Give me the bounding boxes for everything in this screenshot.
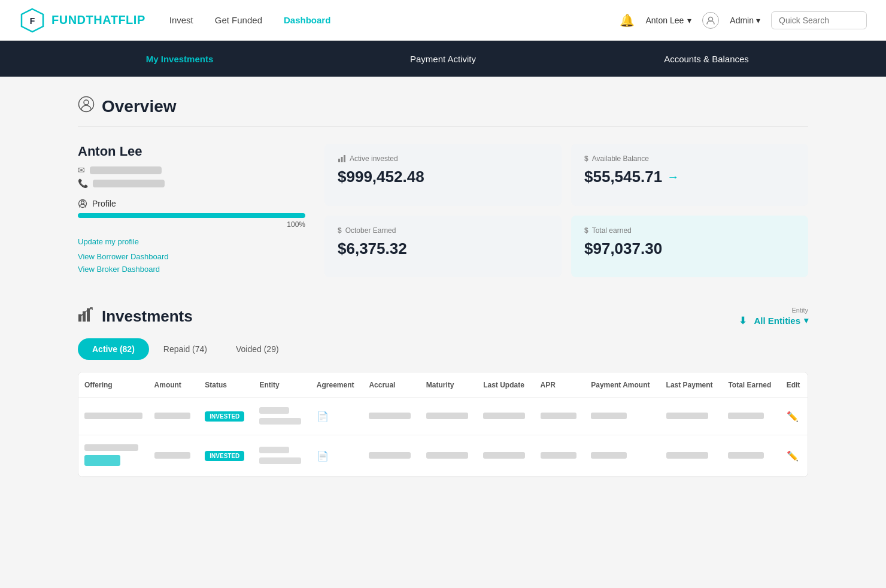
overview-person-icon [78,96,95,117]
logo-text: FUNDTHATFLIP [51,13,145,27]
cell-last-payment [660,398,723,435]
user-name-label: Anton Lee [645,16,684,25]
cell-apr [535,398,585,435]
nav-dashboard[interactable]: Dashboard [284,15,330,25]
update-profile-link[interactable]: Update my profile [78,237,305,246]
profile-links: Update my profile View Borrower Dashboar… [78,237,305,274]
col-edit: Edit [781,372,808,398]
user-info-panel: Anton Lee ✉ 📞 Profile [78,144,305,277]
user-menu[interactable]: Anton Lee ▾ [645,16,691,25]
chevron-down-icon: ▾ [687,16,691,25]
nav-get-funded[interactable]: Get Funded [215,15,262,25]
svg-rect-9 [344,155,345,162]
cell-payment-amount [585,435,660,477]
svg-point-6 [81,201,84,204]
svg-rect-8 [341,157,343,162]
investments-title: Investments [102,307,193,326]
investments-table: Offering Amount Status Entity Agreement … [78,372,808,477]
stat-october-earned-label: $ October Earned [338,226,548,235]
entity-chevron-icon: ▾ [804,316,808,325]
file-icon[interactable]: 📄 [317,451,329,461]
svg-point-4 [84,100,89,105]
user-phone [93,180,165,187]
tab-repaid[interactable]: Repaid (74) [149,338,222,360]
cell-agreement: 📄 [311,435,363,477]
cell-edit[interactable]: ✏️ [781,398,808,435]
entity-selector: Entity ⬇ All Entities ▾ [739,307,808,326]
col-accrual: Accrual [363,372,420,398]
col-maturity: Maturity [420,372,477,398]
profile-icon[interactable] [702,12,719,29]
investments-table-wrap: Offering Amount Status Entity Agreement … [78,372,808,477]
col-agreement: Agreement [311,372,363,398]
notification-bell-icon[interactable]: 🔔 [620,13,635,28]
stat-active-invested-label: Active invested [338,154,548,163]
cell-amount [148,435,199,477]
stat-october-earned-value: $6,375.32 [338,240,548,258]
phone-icon: 📞 [78,178,88,188]
entity-label: Entity [791,307,808,314]
stat-available-balance-value: $55,545.71 → [584,168,795,186]
cell-maturity [420,398,477,435]
svg-text:F: F [30,16,35,26]
stat-active-invested: Active invested $999,452.48 [324,144,562,206]
user-email [90,166,162,174]
download-icon: ⬇ [739,315,747,326]
profile-progress-bar [78,213,305,218]
col-payment-amount: Payment Amount [585,372,660,398]
dollar-icon-3: $ [584,226,588,235]
stat-total-earned-value: $97,037.30 [584,240,795,258]
admin-menu[interactable]: Admin ▾ [730,16,760,25]
cell-entity [253,398,310,435]
edit-icon[interactable]: ✏️ [787,451,799,461]
arrow-right-icon[interactable]: → [667,170,679,184]
profile-section: Profile 100% [78,199,305,229]
sub-nav-payment-activity[interactable]: Payment Activity [311,54,575,64]
cell-offering [78,398,148,435]
investments-title-wrap: Investments [78,306,193,326]
view-broker-dashboard-link[interactable]: View Broker Dashboard [78,265,305,274]
tab-voided[interactable]: Voided (29) [222,338,293,360]
cell-apr [535,435,585,477]
user-full-name: Anton Lee [78,144,305,159]
col-status: Status [199,372,253,398]
logo[interactable]: F FUNDTHATFLIP [19,7,145,34]
cell-maturity [420,435,477,477]
col-last-payment: Last Payment [660,372,723,398]
cell-entity [253,435,310,477]
cell-accrual [363,398,420,435]
stat-october-earned: $ October Earned $6,375.32 [324,216,562,278]
file-icon[interactable]: 📄 [317,411,329,422]
logo-icon: F [19,7,45,34]
admin-label: Admin [730,16,754,25]
profile-progress-fill [78,213,305,218]
view-borrower-dashboard-link[interactable]: View Borrower Dashboard [78,252,305,261]
email-icon: ✉ [78,165,85,175]
tab-active[interactable]: Active (82) [78,338,149,360]
sub-nav-my-investments[interactable]: My Investments [48,54,311,64]
profile-circle-icon [78,199,87,208]
cell-edit[interactable]: ✏️ [781,435,808,477]
user-phone-row: 📞 [78,178,305,188]
search-input[interactable] [771,11,867,29]
edit-icon[interactable]: ✏️ [787,411,799,422]
cell-total-earned [722,398,780,435]
sub-nav-accounts-balances[interactable]: Accounts & Balances [575,54,838,64]
svg-rect-7 [338,159,340,162]
cell-payment-amount [585,398,660,435]
dollar-icon-2: $ [338,226,342,235]
stat-available-balance-label: $ Available Balance [584,154,795,163]
cell-last-update [477,398,534,435]
cell-accrual [363,435,420,477]
overview-header: Overview [78,96,808,127]
stat-total-earned: $ Total earned $97,037.30 [571,216,808,278]
cell-last-update [477,435,534,477]
col-total-earned: Total Earned [722,372,780,398]
col-amount: Amount [148,372,199,398]
cell-agreement: 📄 [311,398,363,435]
nav-invest[interactable]: Invest [169,15,193,25]
profile-label: Profile [78,199,305,208]
user-email-row: ✉ [78,165,305,175]
entity-dropdown[interactable]: ⬇ All Entities ▾ [739,315,808,326]
status-badge: INVESTED [205,451,244,461]
